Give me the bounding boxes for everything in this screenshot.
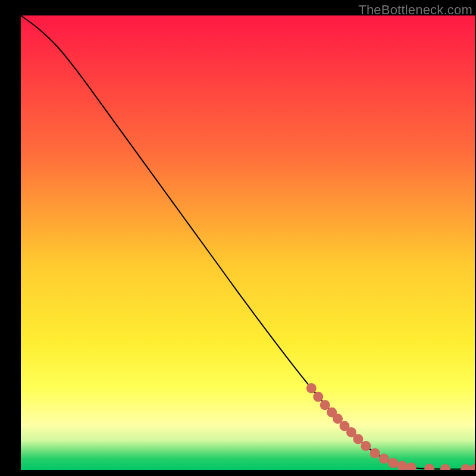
attribution-text: TheBottleneck.com	[358, 2, 472, 18]
data-marker	[353, 434, 363, 444]
data-marker	[388, 458, 398, 468]
data-marker	[361, 441, 371, 451]
chart-svg	[21, 15, 475, 470]
plot-area	[21, 15, 475, 470]
data-marker	[379, 453, 389, 464]
data-marker	[370, 448, 380, 458]
chart-stage: TheBottleneck.com	[0, 0, 476, 476]
data-marker	[306, 383, 317, 393]
gradient-background	[21, 15, 475, 470]
data-marker	[313, 392, 323, 402]
